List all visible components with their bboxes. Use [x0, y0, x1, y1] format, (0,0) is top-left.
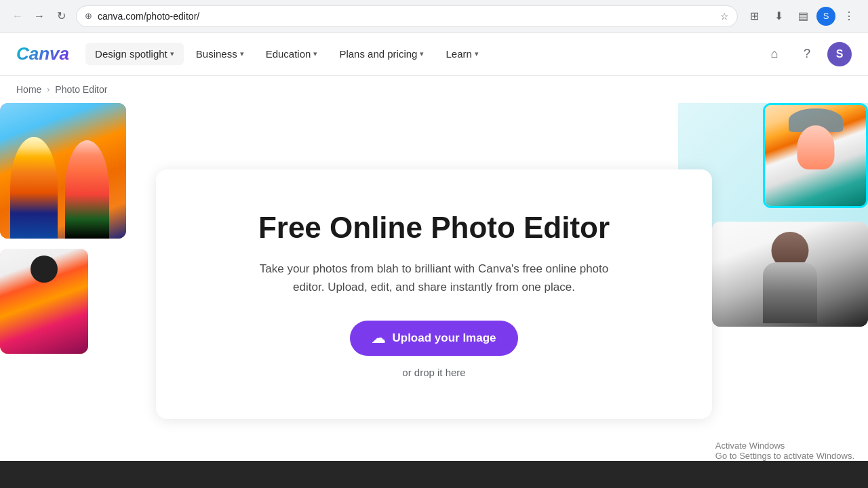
star-icon[interactable]: ☆	[720, 11, 729, 22]
nav-label-business: Business	[196, 48, 237, 60]
browser-profile-avatar[interactable]: S	[816, 7, 835, 26]
reload-button[interactable]: ↻	[52, 7, 71, 26]
deco-image-friends	[0, 103, 126, 239]
hero-subtitle: Take your photos from blah to brilliant …	[244, 260, 624, 296]
extensions-button[interactable]: ⊞	[743, 5, 765, 27]
camera-person-photo	[0, 249, 88, 354]
sidebar-button[interactable]: ▤	[792, 5, 814, 27]
user-initial: S	[836, 48, 844, 60]
browser-chrome: ← → ↻ ⊕ canva.com/photo-editor/ ☆ ⊞ ⬇ ▤ …	[0, 0, 868, 33]
nav-label-plans: Plans and pricing	[339, 48, 417, 60]
upload-button-label: Upload your Image	[392, 331, 496, 345]
chevron-down-icon: ▾	[240, 49, 244, 58]
breadcrumb-separator: ›	[47, 85, 50, 94]
user-avatar[interactable]: S	[827, 42, 852, 66]
chevron-down-icon: ▾	[420, 49, 424, 58]
deco-image-hat-girl	[763, 103, 868, 208]
address-text: canva.com/photo-editor/	[98, 11, 715, 22]
friends-photo	[0, 103, 126, 239]
browser-nav-buttons: ← → ↻	[8, 7, 71, 26]
page-content: Canva Design spotlight ▾ Business ▾ Educ…	[0, 33, 868, 488]
hero-section: Free Online Photo Editor Take your photo…	[0, 103, 868, 485]
nav-right-actions: ⌂ ? S	[762, 42, 852, 66]
download-button[interactable]: ⬇	[768, 5, 789, 27]
menu-button[interactable]: ⋮	[838, 5, 860, 27]
nav-item-education[interactable]: Education ▾	[256, 43, 328, 65]
nav-item-learn[interactable]: Learn ▾	[436, 43, 488, 65]
hat-person-photo	[765, 105, 866, 206]
forward-button[interactable]: →	[30, 7, 49, 26]
upload-cloud-icon: ☁	[372, 330, 385, 346]
help-button[interactable]: ?	[795, 42, 819, 66]
breadcrumb-home[interactable]: Home	[16, 84, 41, 95]
browser-actions: ⊞ ⬇ ▤ S ⋮	[743, 5, 860, 27]
home-button[interactable]: ⌂	[762, 42, 787, 66]
taskbar	[0, 461, 868, 488]
canva-logo[interactable]: Canva	[16, 43, 69, 64]
upload-card: Free Online Photo Editor Take your photo…	[156, 169, 712, 419]
nav-label-design-spotlight: Design spotlight	[95, 48, 167, 60]
man-photo	[712, 222, 868, 327]
nav-items: Design spotlight ▾ Business ▾ Education …	[85, 43, 762, 65]
back-button[interactable]: ←	[8, 7, 27, 26]
breadcrumb: Home › Photo Editor	[0, 76, 868, 103]
nav-item-plans-pricing[interactable]: Plans and pricing ▾	[330, 43, 433, 65]
drop-text: or drop it here	[183, 367, 685, 378]
nav-item-business[interactable]: Business ▾	[186, 43, 254, 65]
chevron-down-icon: ▾	[170, 49, 174, 58]
deco-image-camera-person	[0, 249, 88, 354]
navbar: Canva Design spotlight ▾ Business ▾ Educ…	[0, 33, 868, 76]
nav-label-learn: Learn	[446, 48, 471, 60]
chevron-down-icon: ▾	[313, 49, 317, 58]
nav-label-education: Education	[266, 48, 311, 60]
address-bar[interactable]: ⊕ canva.com/photo-editor/ ☆	[76, 5, 738, 27]
upload-image-button[interactable]: ☁ Upload your Image	[350, 321, 517, 356]
breadcrumb-current: Photo Editor	[55, 84, 107, 95]
chevron-down-icon: ▾	[475, 49, 479, 58]
site-icon: ⊕	[85, 11, 92, 21]
nav-item-design-spotlight[interactable]: Design spotlight ▾	[85, 43, 184, 65]
hero-title: Free Online Photo Editor	[183, 210, 685, 246]
deco-image-man-smiling	[712, 222, 868, 327]
